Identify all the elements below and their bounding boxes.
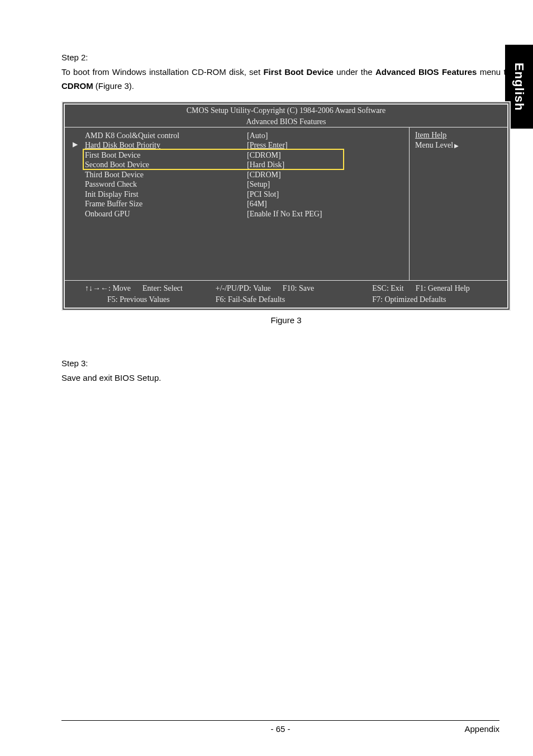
bios-right-level: Menu Level bbox=[415, 141, 502, 150]
bios-row[interactable]: AMD K8 Cool&Quiet control [Auto] bbox=[85, 131, 404, 141]
bios-row[interactable]: ▶ Hard Disk Boot Priority [Press Enter] bbox=[85, 140, 404, 150]
footer-f6: F6: Fail-Safe Defaults bbox=[216, 295, 285, 304]
footer-cell: ESC: Exit F1: General Help bbox=[372, 284, 503, 294]
bios-value: [Enable If No Ext PEG] bbox=[247, 209, 404, 219]
bios-value: [Auto] bbox=[247, 131, 404, 141]
step2-bold3: CDROM bbox=[61, 81, 93, 91]
step2-tail: (Figure 3). bbox=[93, 81, 134, 91]
footer-cell: ↑↓→←: Move Enter: Select bbox=[85, 284, 216, 294]
step2-body: To boot from Windows installation CD-ROM… bbox=[61, 65, 511, 93]
bios-value: [PCI Slot] bbox=[247, 190, 404, 200]
bios-label: Third Boot Device bbox=[85, 170, 247, 180]
step3-heading: Step 3: bbox=[61, 356, 511, 371]
page-footer: - 65 - Appendix bbox=[61, 720, 499, 734]
step2-bold2: Advanced BIOS Features bbox=[375, 67, 477, 77]
footer-cell: +/-/PU/PD: Value F10: Save bbox=[216, 284, 373, 294]
footer-f5: F5: Previous Values bbox=[107, 295, 170, 304]
footer-f10: F10: Save bbox=[283, 284, 314, 292]
bios-label: AMD K8 Cool&Quiet control bbox=[85, 131, 247, 141]
footer-value: +/-/PU/PD: Value bbox=[216, 284, 271, 292]
bios-row[interactable]: Init Display First [PCI Slot] bbox=[85, 190, 404, 200]
bios-row[interactable]: Third Boot Device [CDROM] bbox=[85, 170, 404, 180]
bios-title1: CMOS Setup Utility-Copyright (C) 1984-20… bbox=[65, 105, 507, 116]
footer-cell: F5: Previous Values bbox=[85, 295, 216, 305]
bios-value: [CDROM] bbox=[247, 170, 404, 180]
bios-row[interactable]: Second Boot Device [Hard Disk] bbox=[85, 160, 404, 170]
footer-esc: ESC: Exit bbox=[372, 284, 403, 292]
step3-body: Save and exit BIOS Setup. bbox=[61, 371, 511, 385]
footer-f1: F1: General Help bbox=[416, 284, 470, 292]
bios-value: [64M] bbox=[247, 199, 404, 209]
step2-mid1: under the bbox=[334, 67, 375, 77]
bios-right-title: Item Help bbox=[415, 131, 502, 140]
bios-value: [CDROM] bbox=[247, 150, 404, 160]
bios-panel: CMOS Setup Utility-Copyright (C) 1984-20… bbox=[61, 101, 511, 311]
bios-value: [Hard Disk] bbox=[247, 160, 404, 170]
footer-cell: F7: Optimized Defaults bbox=[372, 295, 503, 305]
page-number: - 65 - bbox=[270, 724, 290, 734]
bios-label: Frame Buffer Size bbox=[85, 199, 247, 209]
bios-row[interactable]: Frame Buffer Size [64M] bbox=[85, 199, 404, 209]
bios-value: [Press Enter] bbox=[247, 140, 404, 150]
footer-f7: F7: Optimized Defaults bbox=[372, 295, 446, 304]
bios-title2: Advanced BIOS Features bbox=[65, 116, 507, 127]
bios-footer: ↑↓→←: Move Enter: Select +/-/PU/PD: Valu… bbox=[65, 281, 507, 308]
bios-row[interactable]: First Boot Device [CDROM] bbox=[85, 150, 404, 160]
step2-pre: To boot from Windows installation CD-ROM… bbox=[61, 67, 263, 77]
bios-label: Second Boot Device bbox=[85, 160, 247, 170]
triangle-right-icon: ▶ bbox=[73, 140, 78, 149]
bios-left: AMD K8 Cool&Quiet control [Auto] ▶ Hard … bbox=[65, 127, 410, 281]
bios-label: Onboard GPU bbox=[85, 209, 247, 219]
footer-enter: Enter: Select bbox=[142, 284, 183, 292]
step2-heading: Step 2: bbox=[61, 50, 511, 65]
bios-label: First Boot Device bbox=[85, 150, 247, 160]
footer-move: ↑↓→←: Move bbox=[85, 284, 131, 292]
bios-body: AMD K8 Cool&Quiet control [Auto] ▶ Hard … bbox=[65, 127, 507, 281]
step2-bold1: First Boot Device bbox=[263, 67, 334, 77]
bios-right: Item Help Menu Level bbox=[410, 127, 507, 281]
bios-row[interactable]: Onboard GPU [Enable If No Ext PEG] bbox=[85, 209, 404, 219]
bios-label: Init Display First bbox=[85, 190, 247, 200]
figure-caption: Figure 3 bbox=[61, 315, 511, 325]
bios-label: Hard Disk Boot Priority bbox=[85, 140, 247, 150]
side-tab-label: English bbox=[512, 63, 526, 111]
bios-label: Password Check bbox=[85, 179, 247, 190]
bios-row[interactable]: Password Check [Setup] bbox=[85, 179, 404, 190]
page-content: Step 2: To boot from Windows installatio… bbox=[0, 0, 533, 385]
bios-value: [Setup] bbox=[247, 179, 404, 190]
footer-cell: F6: Fail-Safe Defaults bbox=[216, 295, 373, 305]
step3-block: Step 3: Save and exit BIOS Setup. bbox=[61, 356, 511, 385]
footer-section: Appendix bbox=[464, 724, 499, 734]
step2-block: Step 2: To boot from Windows installatio… bbox=[61, 50, 511, 93]
